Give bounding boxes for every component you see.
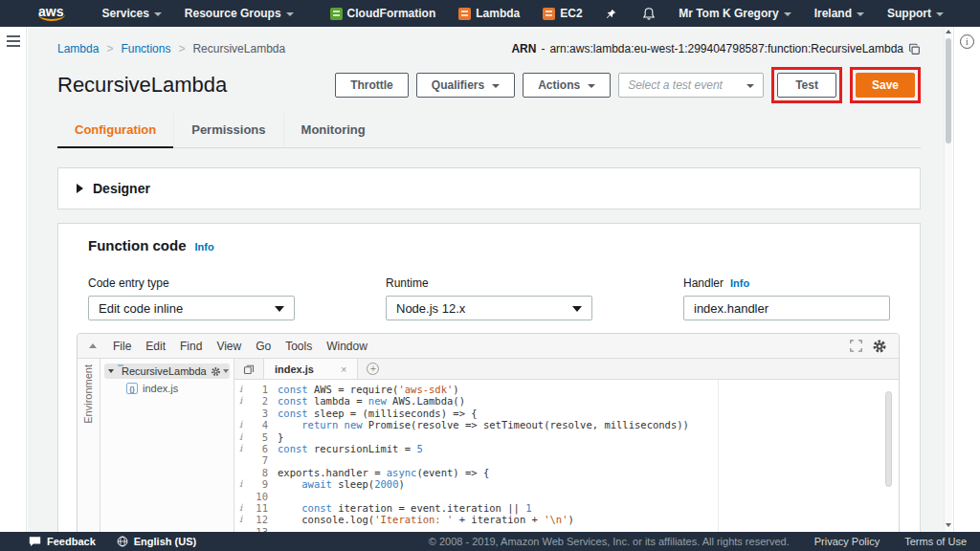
terms-of-use-link[interactable]: Terms of Use xyxy=(904,536,967,547)
gear-icon xyxy=(211,366,221,377)
action-buttons: Throttle Qualifiers Actions Select a tes… xyxy=(335,67,921,103)
editor-menu-file[interactable]: File xyxy=(113,340,131,353)
arn-label: ARN xyxy=(511,42,536,55)
feedback-button[interactable]: Feedback xyxy=(29,536,96,547)
breadcrumb-functions[interactable]: Functions xyxy=(121,42,170,55)
environment-label: Environment xyxy=(82,364,94,424)
footer-bar: Feedback English (US) © 2008 - 2019, Ama… xyxy=(0,532,980,551)
editor-menubar-icons xyxy=(850,339,887,354)
chevron-down-icon xyxy=(588,84,595,88)
editor-tabbar: index.js × + xyxy=(234,359,899,380)
field-code-entry-type: Code entry type Edit code inline xyxy=(88,276,295,320)
language-selector[interactable]: English (US) xyxy=(117,536,196,547)
code-entry-type-select[interactable]: Edit code inline xyxy=(88,296,295,320)
editor-menu-find[interactable]: Find xyxy=(180,340,202,353)
editor-menu-edit[interactable]: Edit xyxy=(145,340,166,353)
chevron-down-icon xyxy=(746,84,754,88)
code-line: i9 await sleep(2000) xyxy=(234,478,899,490)
editor-tab-indexjs[interactable]: index.js × xyxy=(263,359,358,379)
nav-ec2[interactable]: EC2 xyxy=(531,0,593,27)
throttle-button[interactable]: Throttle xyxy=(335,73,409,98)
chevron-down-icon xyxy=(223,369,229,373)
tab-permissions[interactable]: Permissions xyxy=(173,113,282,147)
editor-menu-window[interactable]: Window xyxy=(326,340,368,353)
chevron-down-icon xyxy=(154,12,162,16)
arn-dash: - xyxy=(541,42,545,55)
editor-menu-tools[interactable]: Tools xyxy=(285,340,312,353)
code-line: i11 const iteration = event.iteration ||… xyxy=(234,502,899,514)
notifications-button[interactable] xyxy=(631,0,667,27)
save-annotation-box: Save xyxy=(850,67,921,103)
page-title: RecursiveLambda xyxy=(57,73,227,98)
test-button[interactable]: Test xyxy=(777,73,836,98)
code-area[interactable]: i1const AWS = require('aws-sdk')i2const … xyxy=(234,380,899,551)
designer-panel[interactable]: Designer xyxy=(57,167,921,209)
editor-scrollbar-thumb[interactable] xyxy=(885,391,892,487)
pin-shortcut-button[interactable] xyxy=(594,0,628,27)
open-files-button[interactable] xyxy=(234,359,263,379)
breadcrumb-current: RecursiveLambda xyxy=(192,42,285,55)
scrollbar-thumb[interactable] xyxy=(946,38,951,143)
top-nav-bar: aws Services Resource Groups CloudFormat… xyxy=(0,0,980,27)
handler-input[interactable]: index.handler xyxy=(683,296,890,320)
environment-strip[interactable]: Environment xyxy=(78,359,100,551)
open-files-icon xyxy=(243,364,255,375)
left-sidebar-rail xyxy=(0,27,27,532)
expand-arrow-icon xyxy=(77,184,83,193)
qualifiers-button[interactable]: Qualifiers xyxy=(416,73,515,98)
editor-body: Environment RecursiveLambda xyxy=(78,359,899,551)
function-code-header: Function code Info xyxy=(88,237,890,253)
test-event-select[interactable]: Select a test event xyxy=(618,73,764,98)
editor-settings-gear-icon[interactable] xyxy=(872,339,887,354)
save-button[interactable]: Save xyxy=(856,73,915,98)
nav-services[interactable]: Services xyxy=(90,0,172,27)
collapse-menubar-icon[interactable] xyxy=(89,343,97,348)
aws-logo[interactable]: aws xyxy=(38,6,63,21)
chevron-down-icon xyxy=(784,12,791,16)
code-line: 3const sleep = (milliseconds) => { xyxy=(234,408,899,419)
scroll-down-arrow[interactable] xyxy=(946,523,951,527)
fullscreen-icon[interactable] xyxy=(850,340,862,352)
tree-file-row[interactable]: {} index.js xyxy=(126,383,234,394)
tree-folder-name: RecursiveLambda xyxy=(122,365,207,377)
nav-support-menu[interactable]: Support xyxy=(876,0,955,27)
field-runtime: Runtime Node.js 12.x xyxy=(386,276,592,320)
editor-menu-view[interactable]: View xyxy=(216,340,241,353)
function-tabs: Configuration Permissions Monitoring xyxy=(57,113,921,148)
page-scrollbar[interactable] xyxy=(944,27,952,532)
nav-region-menu[interactable]: Ireland xyxy=(803,0,876,27)
copy-icon[interactable] xyxy=(908,43,921,55)
footer-right: © 2008 - 2019, Amazon Web Services, Inc.… xyxy=(429,536,967,547)
help-info-icon[interactable]: i xyxy=(960,34,974,49)
nav-cloudformation[interactable]: CloudFormation xyxy=(319,0,448,27)
editor-menu-go[interactable]: Go xyxy=(256,340,271,353)
bell-icon xyxy=(642,7,656,21)
runtime-select[interactable]: Node.js 12.x xyxy=(386,296,592,320)
page-header: RecursiveLambda Throttle Qualifiers Acti… xyxy=(57,67,921,103)
close-tab-icon[interactable]: × xyxy=(341,364,346,375)
nav-account-menu[interactable]: Mr Tom K Gregory xyxy=(667,0,802,27)
actions-button[interactable]: Actions xyxy=(523,73,611,98)
breadcrumb-row: Lambda > Functions > RecursiveLambda ARN… xyxy=(57,42,921,55)
chevron-down-icon xyxy=(572,306,582,312)
tab-monitoring[interactable]: Monitoring xyxy=(283,113,383,147)
new-tab-button[interactable]: + xyxy=(367,363,379,375)
scroll-up-arrow[interactable] xyxy=(946,30,951,33)
chevron-down-icon xyxy=(286,12,294,16)
breadcrumb-lambda[interactable]: Lambda xyxy=(57,42,99,55)
nav-resource-groups[interactable]: Resource Groups xyxy=(173,0,305,27)
nav-lambda[interactable]: Lambda xyxy=(447,0,531,27)
tree-folder-row[interactable]: RecursiveLambda xyxy=(104,364,230,379)
function-code-info-link[interactable]: Info xyxy=(195,241,214,253)
handler-info-link[interactable]: Info xyxy=(730,277,749,289)
tree-settings-button[interactable] xyxy=(211,366,229,377)
function-code-title: Function code xyxy=(88,237,187,253)
tab-configuration[interactable]: Configuration xyxy=(57,113,173,147)
hamburger-menu-icon[interactable] xyxy=(7,35,20,47)
runtime-label: Runtime xyxy=(386,276,592,290)
test-event-placeholder: Select a test event xyxy=(628,78,723,92)
chevron-down-icon xyxy=(936,12,944,16)
breadcrumb-separator: > xyxy=(106,42,113,55)
copyright-text: © 2008 - 2019, Amazon Web Services, Inc.… xyxy=(429,536,790,547)
privacy-policy-link[interactable]: Privacy Policy xyxy=(814,536,880,547)
